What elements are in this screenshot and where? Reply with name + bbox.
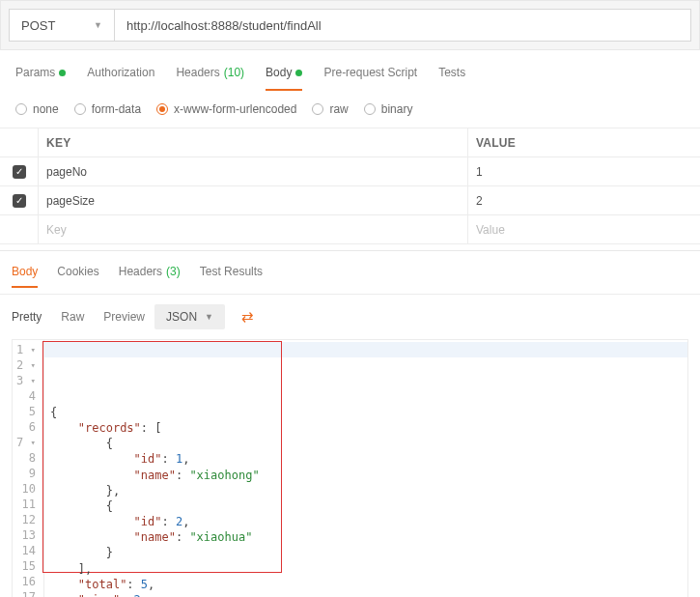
tab-headers-count: (10) xyxy=(224,66,244,79)
tab-authorization[interactable]: Authorization xyxy=(87,66,154,91)
row-key-placeholder[interactable]: Key xyxy=(39,215,468,243)
tab-authorization-label: Authorization xyxy=(87,66,154,79)
chevron-down-icon: ▼ xyxy=(205,312,213,322)
radio-none[interactable]: none xyxy=(15,102,59,116)
radio-raw[interactable]: raw xyxy=(312,102,348,116)
resp-tab-cookies-label: Cookies xyxy=(57,265,98,278)
format-segment: Pretty Raw Preview xyxy=(12,310,145,324)
kv-header-row: KEY VALUE xyxy=(0,128,700,157)
radio-binary[interactable]: binary xyxy=(364,102,413,116)
tab-prerequest[interactable]: Pre-request Script xyxy=(323,66,417,91)
radio-icon xyxy=(364,103,376,115)
tab-tests-label: Tests xyxy=(438,66,465,79)
response-body-viewer: 1 ▾2 ▾3 ▾4 5 6 7 ▾8 9 10 11 12 13 14 15 … xyxy=(12,339,688,597)
kv-header-value: VALUE xyxy=(468,128,700,156)
row-value-input[interactable]: 1 xyxy=(468,157,700,185)
checkbox-checked-icon xyxy=(13,194,26,208)
line-highlight xyxy=(44,342,687,357)
status-dot-icon xyxy=(59,70,66,76)
tab-tests[interactable]: Tests xyxy=(438,66,465,91)
format-pretty[interactable]: Pretty xyxy=(12,310,42,324)
resp-tab-headers[interactable]: Headers(3) xyxy=(119,265,181,288)
row-key-input[interactable]: pageNo xyxy=(39,157,468,185)
tab-headers[interactable]: Headers (10) xyxy=(176,66,244,91)
table-row-empty: Key Value xyxy=(0,215,700,244)
kv-header-chk xyxy=(0,128,39,156)
tab-body[interactable]: Body xyxy=(266,66,302,91)
resp-tab-body[interactable]: Body xyxy=(12,265,38,288)
body-type-options: none form-data x-www-form-urlencoded raw… xyxy=(0,91,700,128)
radio-urlencoded[interactable]: x-www-form-urlencoded xyxy=(156,102,296,116)
radio-icon xyxy=(156,103,168,115)
resp-tab-cookies[interactable]: Cookies xyxy=(57,265,98,288)
radio-form-data-label: form-data xyxy=(92,102,141,116)
line-number-gutter: 1 ▾2 ▾3 ▾4 5 6 7 ▾8 9 10 11 12 13 14 15 … xyxy=(13,340,44,597)
radio-urlencoded-label: x-www-form-urlencoded xyxy=(174,102,296,116)
request-tabs: Params Authorization Headers (10) Body P… xyxy=(0,50,700,91)
format-lang-value: JSON xyxy=(166,310,197,324)
tab-prerequest-label: Pre-request Script xyxy=(323,66,417,79)
resp-tab-headers-label: Headers xyxy=(119,265,162,278)
row-checkbox[interactable] xyxy=(0,186,39,214)
resp-tab-testresults-label: Test Results xyxy=(200,265,263,278)
radio-icon xyxy=(312,103,323,115)
checkbox-checked-icon xyxy=(13,165,26,179)
radio-raw-label: raw xyxy=(329,102,348,116)
status-dot-icon xyxy=(295,70,302,76)
method-select-value: POST xyxy=(21,18,55,33)
row-value-input[interactable]: 2 xyxy=(468,186,700,214)
format-bar: Pretty Raw Preview JSON ▼ ⇄ xyxy=(0,294,700,339)
wrap-toggle-icon[interactable]: ⇄ xyxy=(235,304,262,329)
kv-header-key: KEY xyxy=(39,128,468,156)
url-input[interactable] xyxy=(115,9,691,42)
resp-tab-body-label: Body xyxy=(12,265,38,278)
row-checkbox[interactable] xyxy=(0,157,39,185)
chevron-down-icon: ▼ xyxy=(94,20,102,30)
radio-binary-label: binary xyxy=(381,102,413,116)
row-key-input[interactable]: pageSize xyxy=(39,186,468,214)
format-raw[interactable]: Raw xyxy=(61,310,84,324)
radio-icon xyxy=(74,103,86,115)
kv-table: KEY VALUE pageNo 1 pageSize 2 Key Value xyxy=(0,128,700,244)
table-row: pageSize 2 xyxy=(0,186,700,215)
tab-params-label: Params xyxy=(15,66,55,79)
response-code[interactable]: { "records": [ { "id": 1, "name": "xiaoh… xyxy=(44,340,687,597)
response-tabs: Body Cookies Headers(3) Test Results xyxy=(0,250,700,294)
tab-headers-label: Headers xyxy=(176,66,219,79)
row-checkbox-empty xyxy=(0,215,39,243)
radio-form-data[interactable]: form-data xyxy=(74,102,141,116)
request-bar: POST ▼ xyxy=(0,0,700,50)
format-preview[interactable]: Preview xyxy=(103,310,145,324)
tab-body-label: Body xyxy=(266,66,292,79)
resp-tab-headers-count: (3) xyxy=(166,265,181,278)
format-lang-select[interactable]: JSON ▼ xyxy=(154,304,225,329)
table-row: pageNo 1 xyxy=(0,157,700,186)
method-select[interactable]: POST ▼ xyxy=(9,9,115,42)
resp-tab-testresults[interactable]: Test Results xyxy=(200,265,263,288)
tab-params[interactable]: Params xyxy=(15,66,66,91)
row-value-placeholder[interactable]: Value xyxy=(468,215,700,243)
radio-none-label: none xyxy=(33,102,59,116)
radio-icon xyxy=(15,103,27,115)
